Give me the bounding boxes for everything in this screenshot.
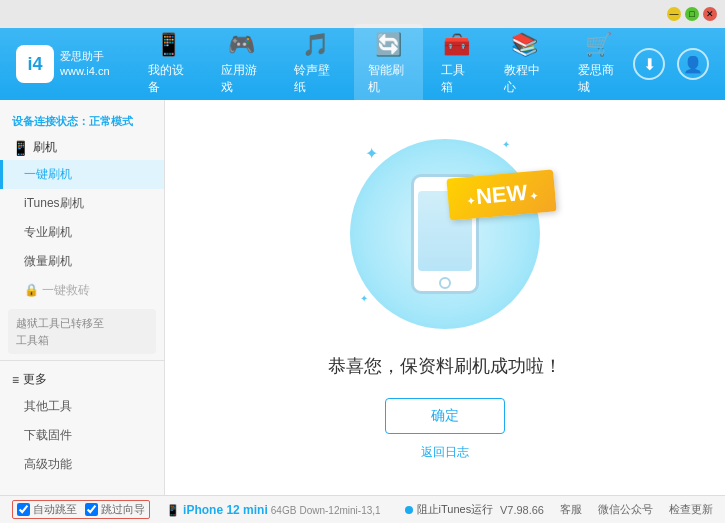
logo-icon: i4 [16,45,54,83]
itunes-status: 阻止iTunes运行 [405,502,494,517]
auto-jump-checkbox[interactable]: 自动跳至 [17,502,77,517]
device-icon: 📱 [166,504,180,516]
nav-item-store[interactable]: 🛒 爱思商城 [564,24,633,104]
return-log-link[interactable]: 返回日志 [421,444,469,461]
user-button[interactable]: 👤 [677,48,709,80]
confirm-button[interactable]: 确定 [385,398,505,434]
phone-home-button [439,277,451,289]
maximize-button[interactable]: □ [685,7,699,21]
sidebar: 设备连接状态：正常模式 📱 刷机 一键刷机 iTunes刷机 专业刷机 微量刷机… [0,100,165,495]
tutorial-nav-icon: 📚 [511,32,538,58]
new-badge: NEW [446,169,557,220]
bottom-right: V7.98.66 客服 微信公众号 检查更新 [500,502,713,517]
bottom-bar: 自动跳至 跳过向导 📱 iPhone 12 mini 64GB Down-12m… [0,495,725,523]
sidebar-item-pro[interactable]: 专业刷机 [0,218,164,247]
sidebar-item-recover[interactable]: 微量刷机 [0,247,164,276]
apps-nav-icon: 🎮 [228,32,255,58]
itunes-label: 阻止iTunes运行 [417,502,494,517]
sidebar-item-one-click[interactable]: 一键刷机 [0,160,164,189]
sidebar-item-download-fw[interactable]: 下载固件 [0,421,164,450]
status-bar: 设备连接状态：正常模式 [0,108,164,135]
nav-item-smart[interactable]: 🔄 智能刷机 [354,24,423,104]
service-link[interactable]: 客服 [560,502,582,517]
nav-bar: 📱 我的设备 🎮 应用游戏 🎵 铃声壁纸 🔄 智能刷机 🧰 工具箱 📚 教程中心… [134,24,633,104]
store-nav-icon: 🛒 [585,32,612,58]
main-container: 设备连接状态：正常模式 📱 刷机 一键刷机 iTunes刷机 专业刷机 微量刷机… [0,100,725,495]
phone-illustration: ✦ ✦ ✦ NEW [345,134,545,334]
device-info: 📱 iPhone 12 mini 64GB Down-12mini-13,1 [166,503,381,517]
sparkle-icon-2: ✦ [502,139,510,150]
skip-wizard-checkbox[interactable]: 跳过向导 [85,502,145,517]
checkbox-group: 自动跳至 跳过向导 [12,500,150,519]
nav-item-apps[interactable]: 🎮 应用游戏 [207,24,276,104]
sidebar-item-advanced[interactable]: 高级功能 [0,450,164,479]
check-update-link[interactable]: 检查更新 [669,502,713,517]
sidebar-item-itunes[interactable]: iTunes刷机 [0,189,164,218]
wallpaper-nav-icon: 🎵 [302,32,329,58]
header-right: ⬇ 👤 [633,48,709,80]
flash-section-icon: 📱 [12,140,29,156]
device-nav-icon: 📱 [155,32,182,58]
close-button[interactable]: ✕ [703,7,717,21]
nav-item-tutorial[interactable]: 📚 教程中心 [490,24,559,104]
nav-item-tools[interactable]: 🧰 工具箱 [427,24,486,104]
content-area: ✦ ✦ ✦ NEW 恭喜您，保资料刷机成功啦！ 确定 返回日志 [165,100,725,495]
circle-background [350,139,540,329]
more-section-icon: ≡ [12,373,19,387]
version-label: V7.98.66 [500,504,544,516]
sidebar-item-other-tools[interactable]: 其他工具 [0,392,164,421]
device-storage: 64GB [271,505,297,516]
nav-item-device[interactable]: 📱 我的设备 [134,24,203,104]
wechat-link[interactable]: 微信公众号 [598,502,653,517]
bottom-left: 自动跳至 跳过向导 📱 iPhone 12 mini 64GB Down-12m… [12,500,500,519]
minimize-button[interactable]: — [667,7,681,21]
tools-nav-icon: 🧰 [443,32,470,58]
header: i4 爱思助手 www.i4.cn 📱 我的设备 🎮 应用游戏 🎵 铃声壁纸 🔄… [0,28,725,100]
success-message: 恭喜您，保资料刷机成功啦！ [328,354,562,378]
skip-wizard-input[interactable] [85,503,98,516]
nav-item-wallpaper[interactable]: 🎵 铃声壁纸 [280,24,349,104]
sparkle-icon-3: ✦ [360,293,368,304]
device-name: iPhone 12 mini [183,503,268,517]
itunes-dot-icon [405,506,413,514]
sidebar-item-rescue-disabled: 🔒 一键救砖 [0,276,164,305]
sidebar-note: 越狱工具已转移至工具箱 [8,309,156,354]
device-version: Down-12mini-13,1 [299,505,380,516]
logo-area: i4 爱思助手 www.i4.cn [16,45,110,83]
logo-text: 爱思助手 www.i4.cn [60,49,110,80]
more-section-title: ≡ 更多 [0,367,164,392]
flash-section-title: 📱 刷机 [0,135,164,160]
download-button[interactable]: ⬇ [633,48,665,80]
smart-nav-icon: 🔄 [375,32,402,58]
sidebar-divider [0,360,164,361]
auto-jump-input[interactable] [17,503,30,516]
sparkle-icon-1: ✦ [365,144,378,163]
